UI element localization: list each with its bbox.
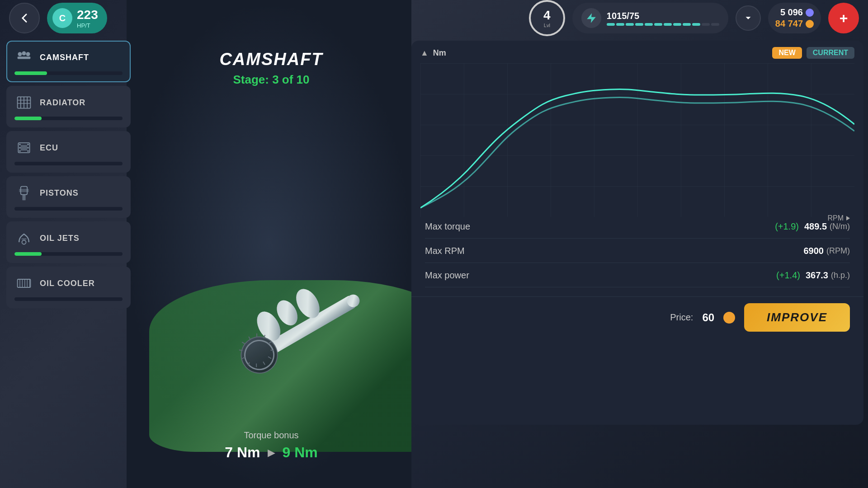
- price-value: 60: [702, 311, 714, 324]
- svg-point-34: [19, 150, 21, 152]
- oil-cooler-label: OIL COOLER: [40, 279, 95, 288]
- svg-point-21: [18, 52, 22, 56]
- energy-nums: 1015/75: [607, 11, 719, 21]
- svg-point-37: [27, 150, 29, 152]
- new-button[interactable]: NEW: [772, 47, 802, 59]
- dropdown-button[interactable]: [736, 5, 761, 31]
- stat-rpm-value: 6900: [804, 246, 824, 256]
- radiator-label: RADIATOR: [40, 98, 85, 108]
- stat-row-rpm: Max RPM 6900 (RPM): [425, 246, 850, 263]
- gold-coins: 84 747: [775, 19, 814, 29]
- oil-jets-icon: [14, 229, 33, 248]
- sidebar-item-pistons[interactable]: PISTONS: [6, 176, 131, 218]
- svg-rect-49: [420, 63, 854, 217]
- svg-rect-40: [22, 195, 25, 201]
- svg-rect-20: [18, 56, 31, 59]
- pistons-progress-bg: [14, 207, 123, 211]
- svg-rect-43: [18, 279, 31, 287]
- add-button[interactable]: +: [828, 3, 859, 33]
- sidebar-item-radiator[interactable]: RADIATOR: [6, 86, 131, 127]
- energy-bar: 1015/75: [572, 3, 728, 33]
- radiator-icon: [14, 93, 33, 112]
- stage-text: Stage: 3 of 10: [233, 73, 309, 87]
- gem-icon: [806, 9, 814, 17]
- right-panel: ▲ Nm NEW CURRENT RPM: [411, 41, 863, 425]
- oil-cooler-progress-bg: [14, 297, 123, 301]
- energy-icon: [581, 8, 601, 28]
- torque-label: Torque bonus: [136, 430, 407, 441]
- level-label: Lvl: [544, 23, 550, 28]
- svg-point-23: [26, 52, 30, 56]
- camshaft-label: CAMSHAFT: [40, 53, 89, 62]
- chart-header: ▲ Nm NEW CURRENT: [411, 41, 863, 59]
- sidebar-item-oil-cooler[interactable]: OIL COOLER: [6, 267, 131, 308]
- chart-triangle-icon: ▲: [420, 48, 429, 58]
- torque-arrow-icon: ▶: [268, 447, 275, 459]
- gold-icon: [806, 20, 814, 28]
- stat-torque-delta: (+1.9): [775, 221, 799, 232]
- energy-dots: [607, 23, 719, 26]
- sidebar-item-oil-jets[interactable]: OIL JETS: [6, 221, 131, 263]
- center-content: CAMSHAFT Stage: 3 of 10: [136, 41, 407, 488]
- sidebar-item-camshaft[interactable]: CAMSHAFT: [6, 41, 131, 82]
- price-coin-icon: [723, 312, 735, 324]
- torque-old: 7 Nm: [225, 444, 260, 461]
- current-button[interactable]: CURRENT: [807, 47, 854, 59]
- svg-point-35: [27, 144, 29, 145]
- stat-power-delta: (+1.4): [776, 270, 800, 281]
- chart-container: RPM: [411, 59, 863, 217]
- oil-jets-progress-bg: [14, 252, 123, 256]
- stat-power-unit: (h.p.): [831, 271, 850, 280]
- ecu-label: ECU: [40, 143, 58, 153]
- svg-rect-39: [19, 189, 29, 192]
- stat-power-name: Max power: [425, 270, 776, 281]
- class-icon: C: [52, 8, 72, 28]
- camshaft-icon: [14, 48, 33, 67]
- premium-coins: 5 096: [780, 7, 814, 18]
- svg-rect-31: [21, 145, 27, 151]
- price-label: Price:: [670, 312, 693, 323]
- torque-bonus-area: Torque bonus 7 Nm ▶ 9 Nm: [136, 430, 407, 461]
- chart-unit: Nm: [433, 48, 446, 58]
- energy-info: 1015/75: [607, 11, 719, 26]
- camshaft-progress-bg: [14, 71, 123, 75]
- stat-torque-name: Max torque: [425, 221, 775, 232]
- improve-button[interactable]: IMPROVE: [744, 303, 850, 332]
- ecu-progress-bg: [14, 162, 123, 165]
- oil-cooler-icon: [14, 274, 33, 293]
- torque-chart: [420, 63, 854, 217]
- sidebar-item-ecu[interactable]: ECU: [6, 131, 131, 173]
- back-button[interactable]: [9, 3, 40, 33]
- ecu-icon: [14, 138, 33, 157]
- hp-badge: C 223 HP/T: [47, 3, 107, 33]
- radiator-progress-bg: [14, 117, 123, 120]
- stat-torque-value: 489.5: [804, 221, 827, 232]
- pistons-label: PISTONS: [40, 188, 79, 198]
- stat-row-torque: Max torque (+1.9) 489.5 (N/m): [425, 221, 850, 239]
- hp-unit: HP/T: [77, 22, 98, 29]
- level-number: 4: [543, 8, 551, 23]
- svg-marker-19: [587, 13, 596, 23]
- torque-new: 9 Nm: [283, 444, 318, 461]
- oil-jets-progress-fill: [14, 252, 42, 256]
- coins-area: 5 096 84 747: [768, 3, 821, 33]
- svg-point-33: [19, 147, 21, 149]
- svg-point-41: [22, 240, 26, 244]
- stat-power-value: 367.3: [806, 270, 828, 281]
- stats-section: Max torque (+1.9) 489.5 (N/m) Max RPM 69…: [411, 217, 863, 296]
- pistons-icon: [14, 183, 33, 202]
- level-circle: 4 Lvl: [529, 0, 565, 36]
- stat-rpm-unit: (RPM): [826, 246, 850, 256]
- torque-values: 7 Nm ▶ 9 Nm: [136, 444, 407, 461]
- bottom-bar: Price: 60 IMPROVE: [411, 296, 863, 338]
- camshaft-progress-fill: [14, 71, 47, 75]
- header: C 223 HP/T 4 Lvl 1015/75: [0, 0, 868, 36]
- svg-point-36: [27, 147, 29, 149]
- stat-row-power: Max power (+1.4) 367.3 (h.p.): [425, 270, 850, 287]
- stat-torque-unit: (N/m): [830, 222, 850, 231]
- svg-point-22: [22, 52, 26, 56]
- radiator-progress-fill: [14, 117, 42, 120]
- sidebar: CAMSHAFT RADIATOR ECU: [6, 41, 131, 308]
- hp-value: 223: [77, 8, 98, 22]
- part-title: CAMSHAFT: [219, 50, 323, 69]
